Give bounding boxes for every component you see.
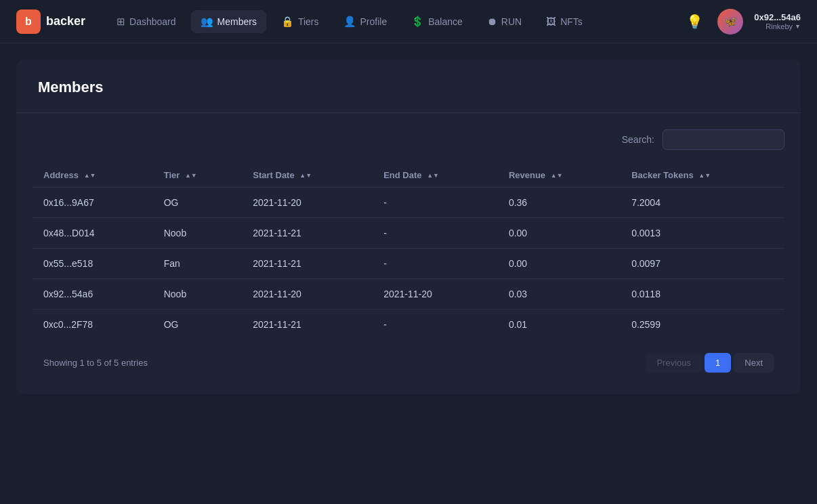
col-header-address[interactable]: Address ▲▼ <box>33 163 153 188</box>
sort-icon-tier: ▲▼ <box>185 173 197 179</box>
cell-backer_tokens: 0.2599 <box>621 310 784 340</box>
nav-item-dashboard[interactable]: ⊞ Dashboard <box>107 10 186 33</box>
table-row: 0x48...D014Noob2021-11-21-0.000.0013 <box>33 218 784 249</box>
members-table: Address ▲▼ Tier ▲▼ Start Date ▲▼ End D <box>33 163 784 339</box>
table-header-row: Address ▲▼ Tier ▲▼ Start Date ▲▼ End D <box>33 163 784 188</box>
table-section: Search: Address ▲▼ Tier ▲▼ <box>16 113 801 394</box>
cell-end_date: - <box>373 188 498 218</box>
sort-icon-backer-tokens: ▲▼ <box>698 173 711 179</box>
nav-item-run[interactable]: ⏺ RUN <box>478 10 531 33</box>
topbar: b backer ⊞ Dashboard 👥 Members 🔒 Tiers 👤… <box>0 0 817 43</box>
nav-item-nfts[interactable]: 🖼 NFTs <box>537 10 592 33</box>
cell-end_date: - <box>373 249 498 279</box>
search-row: Search: <box>33 129 784 150</box>
nav-label-balance: Balance <box>428 16 463 27</box>
cell-address: 0x55...e518 <box>33 249 153 279</box>
cell-tier: OG <box>153 310 243 340</box>
nav-label-tiers: Tiers <box>298 16 319 27</box>
table-row: 0x16...9A67OG2021-11-20-0.367.2004 <box>33 188 784 218</box>
avatar[interactable]: 🦋 <box>717 9 743 35</box>
nav-item-profile[interactable]: 👤 Profile <box>334 10 397 33</box>
cell-end_date: - <box>373 218 498 249</box>
next-button[interactable]: Next <box>734 353 774 373</box>
page-1-button[interactable]: 1 <box>705 353 731 373</box>
table-row: 0x55...e518Fan2021-11-21-0.000.0097 <box>33 249 784 279</box>
members-icon: 👥 <box>201 16 213 28</box>
cell-revenue: 0.00 <box>498 218 621 249</box>
dashboard-icon: ⊞ <box>117 16 125 28</box>
main-nav: ⊞ Dashboard 👥 Members 🔒 Tiers 👤 Profile … <box>107 10 592 33</box>
cell-start_date: 2021-11-20 <box>242 188 373 218</box>
cell-revenue: 0.01 <box>498 310 621 340</box>
wallet-network[interactable]: Rinkeby ▼ <box>766 22 801 30</box>
cell-end_date: - <box>373 310 498 340</box>
cell-end_date: 2021-11-20 <box>373 279 498 310</box>
tiers-icon: 🔒 <box>281 16 294 28</box>
table-body: 0x16...9A67OG2021-11-20-0.367.20040x48..… <box>33 188 784 340</box>
cell-address: 0x92...54a6 <box>33 279 153 310</box>
logo-icon: b <box>16 9 41 34</box>
cell-address: 0x16...9A67 <box>33 188 153 218</box>
nav-item-members[interactable]: 👥 Members <box>191 10 266 33</box>
nav-label-profile: Profile <box>360 16 387 27</box>
col-header-tier[interactable]: Tier ▲▼ <box>153 163 243 188</box>
search-input[interactable] <box>663 129 784 150</box>
col-header-revenue[interactable]: Revenue ▲▼ <box>498 163 621 188</box>
col-header-end-date[interactable]: End Date ▲▼ <box>373 163 498 188</box>
search-label: Search: <box>622 134 654 145</box>
col-header-backer-tokens[interactable]: Backer Tokens ▲▼ <box>621 163 784 188</box>
cell-backer_tokens: 0.0118 <box>621 279 784 310</box>
cell-tier: Fan <box>153 249 243 279</box>
nav-label-nfts: NFTs <box>560 16 583 27</box>
cell-backer_tokens: 7.2004 <box>621 188 784 218</box>
main-content: Members Search: Address ▲▼ Tier ▲▼ <box>0 43 817 411</box>
topbar-right: 💡 🦋 0x92...54a6 Rinkeby ▼ <box>682 9 801 35</box>
table-header: Address ▲▼ Tier ▲▼ Start Date ▲▼ End D <box>33 163 784 188</box>
cell-start_date: 2021-11-21 <box>242 310 373 340</box>
cell-backer_tokens: 0.0013 <box>621 218 784 249</box>
nav-label-dashboard: Dashboard <box>129 16 176 27</box>
cell-revenue: 0.36 <box>498 188 621 218</box>
cell-start_date: 2021-11-20 <box>242 279 373 310</box>
table-row: 0x92...54a6Noob2021-11-202021-11-200.030… <box>33 279 784 310</box>
bulb-icon[interactable]: 💡 <box>682 9 707 34</box>
nav-item-tiers[interactable]: 🔒 Tiers <box>272 10 329 33</box>
cell-tier: OG <box>153 188 243 218</box>
cell-revenue: 0.03 <box>498 279 621 310</box>
showing-text: Showing 1 to 5 of 5 entries <box>43 358 148 368</box>
wallet-address: 0x92...54a6 <box>754 12 801 22</box>
cell-start_date: 2021-11-21 <box>242 249 373 279</box>
nav-item-balance[interactable]: 💲 Balance <box>402 10 472 33</box>
chevron-down-icon: ▼ <box>795 23 801 30</box>
card-header: Members <box>16 60 801 113</box>
balance-icon: 💲 <box>411 16 424 28</box>
topbar-left: b backer ⊞ Dashboard 👥 Members 🔒 Tiers 👤… <box>16 9 592 34</box>
logo-name: backer <box>46 14 85 28</box>
nav-label-members: Members <box>217 16 257 27</box>
sort-icon-address: ▲▼ <box>84 173 96 179</box>
wallet-info: 0x92...54a6 Rinkeby ▼ <box>754 12 801 30</box>
nav-label-run: RUN <box>501 16 522 27</box>
col-header-start-date[interactable]: Start Date ▲▼ <box>242 163 373 188</box>
sort-icon-revenue: ▲▼ <box>551 173 563 179</box>
nfts-icon: 🖼 <box>546 16 556 27</box>
pagination-row: Showing 1 to 5 of 5 entries Previous 1 N… <box>33 339 784 378</box>
cell-revenue: 0.00 <box>498 249 621 279</box>
sort-icon-end-date: ▲▼ <box>427 173 439 179</box>
logo[interactable]: b backer <box>16 9 85 34</box>
cell-start_date: 2021-11-21 <box>242 218 373 249</box>
profile-icon: 👤 <box>343 16 356 28</box>
members-card: Members Search: Address ▲▼ Tier ▲▼ <box>16 60 801 394</box>
cell-tier: Noob <box>153 218 243 249</box>
previous-button[interactable]: Previous <box>646 353 702 373</box>
cell-address: 0xc0...2F78 <box>33 310 153 340</box>
cell-address: 0x48...D014 <box>33 218 153 249</box>
run-icon: ⏺ <box>487 16 497 27</box>
cell-tier: Noob <box>153 279 243 310</box>
page-title: Members <box>38 79 779 96</box>
sort-icon-start-date: ▲▼ <box>299 173 312 179</box>
pagination-buttons: Previous 1 Next <box>646 353 774 373</box>
cell-backer_tokens: 0.0097 <box>621 249 784 279</box>
table-row: 0xc0...2F78OG2021-11-21-0.010.2599 <box>33 310 784 340</box>
